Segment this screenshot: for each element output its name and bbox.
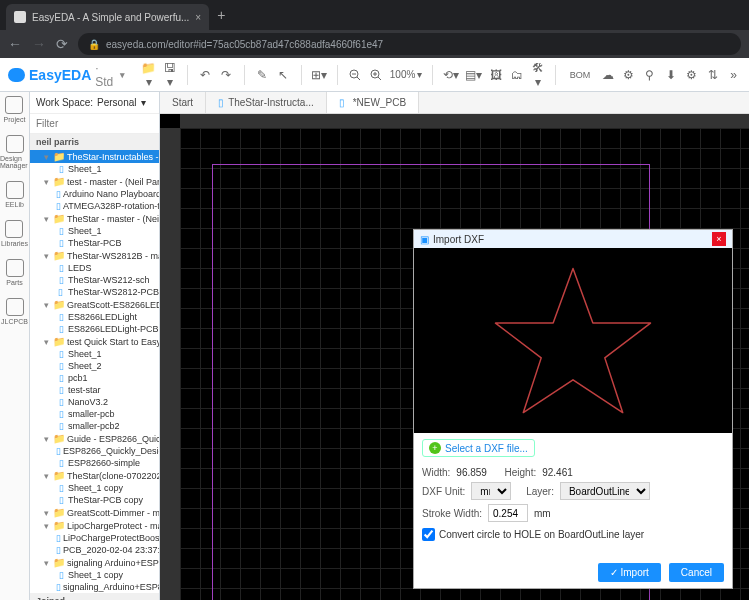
filter-input[interactable] [30, 114, 159, 133]
tree-folder[interactable]: ▾📁GreatScott-Dimmer - master - (Nei... [30, 506, 159, 519]
tree-file[interactable]: ▯Sheet_1 [30, 225, 159, 237]
workspace-selector[interactable]: Work Space: Personal ▾ [30, 92, 159, 114]
tree-folder[interactable]: ▾📁test Quick Start to EasyEDA - mast... [30, 335, 159, 348]
browser-tab[interactable]: EasyEDA - A Simple and Powerfu... × [6, 4, 209, 30]
settings-button[interactable]: ⚙ [684, 64, 699, 86]
tree-file[interactable]: ▯ES8266LEDLight-PCB [30, 323, 159, 335]
tree-file[interactable]: ▯Sheet_1 [30, 163, 159, 175]
tree-file[interactable]: ▯pcb1 [30, 372, 159, 384]
left-panel-parts[interactable]: Parts [6, 259, 24, 286]
fabricate-button[interactable]: ⚙ [621, 64, 636, 86]
tree-folder[interactable]: ▾📁TheStar-Instructables - master - (N... [30, 150, 159, 163]
upload-button[interactable]: ⇅ [705, 64, 720, 86]
tree-file[interactable]: ▯ATMEGA328P-rotation-test [30, 200, 159, 212]
file-tab[interactable]: ▯TheStar-Instructa... [206, 92, 327, 113]
dxf-preview [414, 248, 732, 433]
close-icon[interactable]: × [712, 232, 726, 246]
new-tab-button[interactable]: + [217, 7, 225, 23]
folder-icon: 📁 [53, 520, 65, 531]
tree-folder[interactable]: ▾📁GreatScott-ES8266LEDLight - mast... [30, 298, 159, 311]
tree-file[interactable]: ▯Sheet_2 [30, 360, 159, 372]
tree-file[interactable]: ▯TheStar-WS212-sch [30, 274, 159, 286]
tree-file[interactable]: ▯smaller-pcb [30, 408, 159, 420]
tree-item-label: signaling_Arduino+ESP8266+SIM... [63, 582, 159, 592]
undo-button[interactable]: ↶ [198, 64, 213, 86]
ruler-horizontal [180, 114, 749, 128]
file-icon: ▯ [56, 582, 61, 592]
cursor-button[interactable]: ↖ [276, 64, 291, 86]
tree-file[interactable]: ▯Sheet_1 copy [30, 569, 159, 581]
zoom-out-button[interactable] [348, 64, 363, 86]
tree-folder[interactable]: ▾📁TheStar-WS2812B - master - (Neil... [30, 249, 159, 262]
zoom-in-button[interactable] [369, 64, 384, 86]
tree-folder[interactable]: ▾📁test - master - (Neil Parris) [30, 175, 159, 188]
tree-folder[interactable]: ▾📁signaling Arduino+ESP8266+SIM8... [30, 556, 159, 569]
add-button[interactable]: ⊞▾ [311, 64, 327, 86]
redo-button[interactable]: ↷ [219, 64, 234, 86]
import-button[interactable]: ✓ Import [598, 563, 661, 582]
tree-file[interactable]: ▯smaller-pcb2 [30, 420, 159, 432]
dialog-titlebar[interactable]: ▣ Import DXF × [414, 230, 732, 248]
download-button[interactable]: ⬇ [663, 64, 678, 86]
tree-file[interactable]: ▯LiPoChargeProtectBoost [30, 532, 159, 544]
tree-file[interactable]: ▯ESP82660-simple [30, 457, 159, 469]
tree-file[interactable]: ▯test-star [30, 384, 159, 396]
file-tab[interactable]: ▯*NEW_PCB [327, 92, 419, 113]
share-button[interactable]: ⚲ [642, 64, 657, 86]
url-field[interactable]: 🔒 easyeda.com/editor#id=75ac05cb87ad47c6… [78, 33, 741, 55]
image-button[interactable]: 🖼 [488, 64, 503, 86]
brush-button[interactable]: ✎ [255, 64, 270, 86]
rotate-button[interactable]: ⟲▾ [443, 64, 459, 86]
tree-folder[interactable]: ▾📁LipoChargeProtect - master - (Neil... [30, 519, 159, 532]
tree-file[interactable]: ▯TheStar-PCB [30, 237, 159, 249]
forward-icon[interactable]: → [32, 36, 46, 52]
pcb-canvas[interactable]: ▣ Import DXF × + Select a DXF file. [160, 114, 749, 600]
save-button[interactable]: 🖫▾ [162, 64, 177, 86]
tree-file[interactable]: ▯TheStar-WS2812-PCB [30, 286, 159, 298]
tree-file[interactable]: ▯Sheet_1 copy [30, 482, 159, 494]
convert-checkbox[interactable] [422, 528, 435, 541]
left-panel-design-manager[interactable]: Design Manager [0, 135, 29, 169]
cloud-button[interactable]: ☁ [600, 64, 615, 86]
tree-file[interactable]: ▯LEDS [30, 262, 159, 274]
tree-folder[interactable]: ▾📁Guide - ESP8266_Quickly Design... [30, 432, 159, 445]
left-panel-label: JLCPCB [1, 318, 28, 325]
align-button[interactable]: ▤▾ [465, 64, 482, 86]
cancel-button[interactable]: Cancel [669, 563, 724, 582]
back-icon[interactable]: ← [8, 36, 22, 52]
tree-file[interactable]: ▯Sheet_1 [30, 348, 159, 360]
tree-joined-head[interactable]: Joined [30, 593, 159, 600]
app-logo[interactable]: EasyEDA · Std ▾ [8, 61, 125, 89]
tree-file[interactable]: ▯TheStar-PCB copy [30, 494, 159, 506]
view-button[interactable]: 🗂 [509, 64, 524, 86]
left-panel-project[interactable]: Project [4, 96, 26, 123]
app-window: EasyEDA · Std ▾ 📁▾ 🖫▾ ↶ ↷ ✎ ↖ ⊞▾ 100% ▾ … [0, 58, 749, 600]
tree-item-label: test-star [68, 385, 101, 395]
left-panel-eelib[interactable]: EELib [5, 181, 24, 208]
collapse-button[interactable]: » [726, 64, 741, 86]
tree-file[interactable]: ▯PCB_2020-02-04 23:37:14 [30, 544, 159, 556]
folder-button[interactable]: 📁▾ [141, 64, 156, 86]
tree-section-head[interactable]: neil parris [30, 134, 159, 150]
reload-icon[interactable]: ⟳ [56, 36, 68, 52]
unit-select[interactable]: mm [471, 482, 511, 500]
zoom-level[interactable]: 100% ▾ [390, 69, 423, 80]
layer-select[interactable]: BoardOutLine [560, 482, 650, 500]
left-panel-libraries[interactable]: Libraries [1, 220, 28, 247]
stroke-input[interactable] [488, 504, 528, 522]
tools-button[interactable]: 🛠▾ [530, 64, 545, 86]
select-file-button[interactable]: + Select a DXF file... [422, 439, 535, 457]
tree-file[interactable]: ▯Arduino Nano Playboard [30, 188, 159, 200]
tree-file[interactable]: ▯signaling_Arduino+ESP8266+SIM... [30, 581, 159, 593]
tree-file[interactable]: ▯ESP8266_Quickly_Design [30, 445, 159, 457]
tree-file[interactable]: ▯ES8266LEDLight [30, 311, 159, 323]
file-tab[interactable]: Start [160, 92, 206, 113]
folder-icon: 📁 [53, 213, 65, 224]
stroke-unit: mm [534, 508, 551, 519]
left-panel-jlcpcb[interactable]: JLCPCB [1, 298, 28, 325]
close-icon[interactable]: × [195, 12, 201, 23]
tree-folder[interactable]: ▾📁TheStar(clone-07022020) - master... [30, 469, 159, 482]
bom-button[interactable]: BOM [566, 68, 595, 82]
tree-folder[interactable]: ▾📁TheStar - master - (Neil Parris) [30, 212, 159, 225]
tree-file[interactable]: ▯NanoV3.2 [30, 396, 159, 408]
